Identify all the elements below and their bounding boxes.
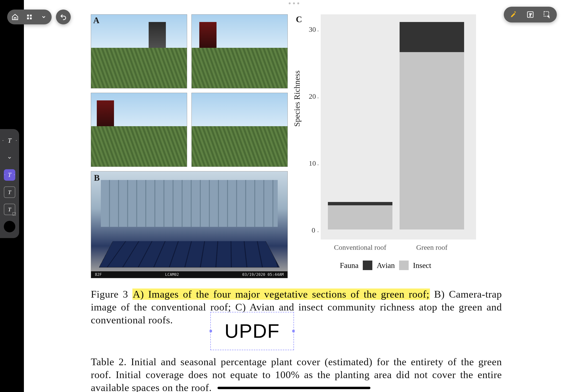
photo-a3 <box>91 93 187 167</box>
resize-handle-left[interactable] <box>210 330 212 332</box>
grid-icon <box>26 14 32 20</box>
photo-a1 <box>91 14 187 88</box>
bar-green-insect <box>399 52 464 229</box>
chevron-down-icon <box>41 14 46 20</box>
resize-handle-right[interactable] <box>292 330 295 332</box>
cam-temp: 82F <box>95 271 102 278</box>
legend-swatch-avian <box>363 261 372 270</box>
caption-highlight[interactable]: A) Images of the four major vegetative s… <box>132 289 430 300</box>
svg-rect-1 <box>30 14 32 16</box>
figure-panel-b: B 82F LCAM02 03/19/2020 05:44AM <box>91 171 288 278</box>
panel-c-label: C <box>296 14 302 24</box>
photo-a2 <box>192 14 288 88</box>
ytick-0: 0 <box>312 226 315 234</box>
caption-lead: Figure 3 <box>91 289 132 300</box>
svg-rect-3 <box>30 17 32 19</box>
chevron-down-icon <box>7 155 12 160</box>
table-caption[interactable]: Table 2. Initial and seasonal percentage… <box>91 355 502 392</box>
text-tool-rail: · T · · T · T T <box>0 129 19 238</box>
page-menu-button[interactable] <box>39 12 49 22</box>
page-content: A B 82F LCAM02 03/19/2020 05:44AM <box>91 0 516 392</box>
ytick-10: 10 <box>309 159 316 167</box>
text-style-b[interactable]: T <box>4 186 15 198</box>
figure-panel-c: C Species Richness 30 20 10 0 - - - - <box>294 14 476 268</box>
camera-footer: 82F LCAM02 03/19/2020 05:44AM <box>91 271 288 278</box>
panel-b-label: B <box>94 173 100 183</box>
svg-rect-2 <box>27 17 29 19</box>
highlighter-button[interactable] <box>509 10 519 20</box>
inserted-text-box[interactable]: UPDF <box>210 312 294 350</box>
svg-rect-0 <box>27 14 29 16</box>
undo-button[interactable] <box>56 10 71 24</box>
text-style-a[interactable]: · T · <box>4 169 15 181</box>
bar-conv-avian <box>328 202 392 205</box>
color-swatch-black[interactable] <box>4 221 15 232</box>
legend-swatch-insect <box>399 261 409 270</box>
cam-id: LCAM02 <box>165 271 179 278</box>
figure-panel-a: A B 82F LCAM02 03/19/2020 05:44AM <box>91 14 288 278</box>
text-box-icon: T <box>526 11 534 18</box>
area-select-button[interactable] <box>542 10 552 20</box>
ytick-20: 20 <box>309 92 316 100</box>
legend-insect: Insect <box>413 261 431 270</box>
legend-avian: Avian <box>377 261 395 270</box>
panel-a-label: A <box>93 15 99 25</box>
cam-timestamp: 03/19/2020 05:44AM <box>242 271 284 278</box>
highlighter-icon <box>509 11 518 19</box>
home-icon <box>12 13 19 21</box>
xcat-conv: Conventional roof <box>328 243 392 252</box>
document-viewport[interactable]: A B 82F LCAM02 03/19/2020 05:44AM <box>24 0 564 392</box>
text-tool-expand[interactable] <box>4 152 15 164</box>
text-annotation-button[interactable]: T <box>525 10 535 20</box>
svg-text:T: T <box>529 13 532 17</box>
undo-icon <box>60 13 67 21</box>
ytick-30: 30 <box>309 25 316 33</box>
legend-title: Fauna <box>340 261 358 270</box>
bar-green-avian <box>399 22 464 52</box>
bar-conv-insect <box>328 205 392 229</box>
text-box-content[interactable]: UPDF <box>224 320 280 342</box>
thumbnails-button[interactable] <box>24 12 34 22</box>
text-tool-main[interactable]: · T · <box>4 135 15 146</box>
chart-ylabel: Species Richness <box>292 70 302 127</box>
area-select-icon <box>543 11 551 19</box>
photo-a4 <box>192 93 288 167</box>
figure-caption[interactable]: Figure 3 A) Images of the four major veg… <box>91 288 502 327</box>
text-style-c[interactable]: T <box>4 204 15 215</box>
chart: Species Richness 30 20 10 0 - - - - <box>294 14 476 268</box>
home-button[interactable] <box>10 12 20 22</box>
xcat-green: Green roof <box>399 243 464 252</box>
drag-handle[interactable] <box>289 2 299 4</box>
nav-pill <box>7 10 52 24</box>
home-indicator[interactable] <box>218 387 371 389</box>
annotation-pill: T <box>504 7 557 22</box>
chart-legend: Fauna Avian Insect <box>340 261 431 270</box>
